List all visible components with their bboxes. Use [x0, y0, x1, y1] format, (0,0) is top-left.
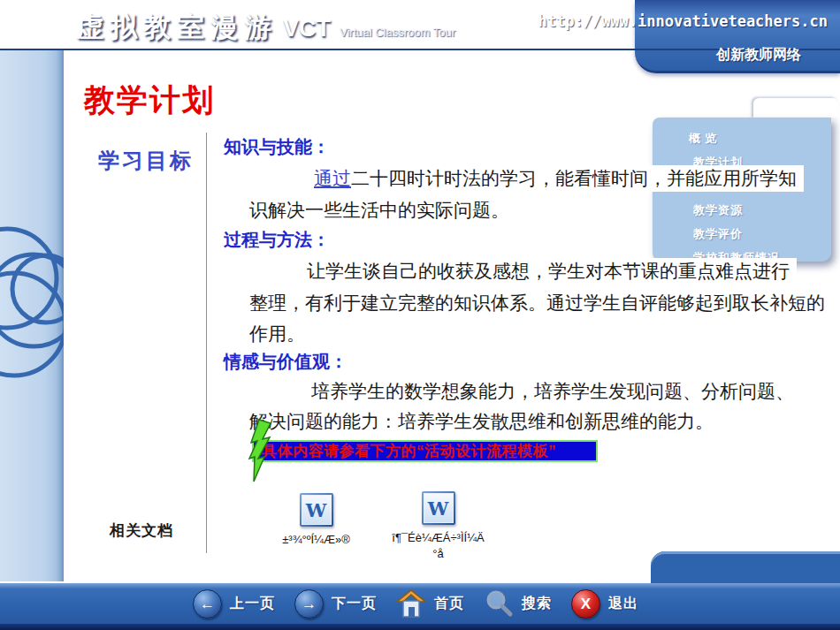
vct-page: 虚拟教室漫游 VCT Virtual Classroom Tour http:/… — [0, 0, 840, 630]
logo-abbr: VCT — [283, 15, 331, 42]
menu-item-teaching-evaluation[interactable]: 教学评价 — [653, 223, 831, 247]
search-icon — [484, 589, 514, 618]
left-decor-strip — [0, 49, 64, 581]
logo-chinese: 虚拟教室漫游 — [76, 9, 278, 46]
process-line-1-text: 让学生谈自己的收获及感想，学生对本节课的重点难点进行 — [307, 258, 797, 285]
knowledge-line-1-text: 二十四时计时法的学习，能看懂时间，并能应用所学知 — [351, 168, 797, 189]
knowledge-line-2: 识解决一些生活中的实际问题。 — [249, 198, 509, 223]
doc-caption: î¶¯Éè¼ÆÁ÷³ÌÍ¼Ä °å — [392, 530, 484, 562]
next-page-button[interactable]: → 下一页 — [294, 589, 377, 619]
notice-banner-text: 具体内容请参看下方的“活动设计流程模板” — [254, 441, 556, 461]
knowledge-line-1: 通过二十四时计时法的学习，能看懂时间，并能应用所学知 — [314, 166, 804, 191]
site-url: http://www.innovativeteachers.cn — [538, 12, 828, 30]
exit-icon: X — [571, 589, 600, 619]
related-docs-label: 相关文档 — [110, 520, 173, 541]
site-logo: 虚拟教室漫游 VCT Virtual Classroom Tour — [76, 9, 455, 46]
network-name: 创新教师网络 — [716, 46, 801, 65]
process-line-1: 让学生谈自己的收获及感想，学生对本节课的重点难点进行 — [307, 259, 797, 284]
doc-activity-flow-template[interactable]: W î¶¯Éè¼ÆÁ÷³ÌÍ¼Ä °å — [361, 491, 515, 562]
tongguo-link[interactable]: 通过 — [314, 168, 351, 189]
home-icon — [396, 589, 426, 618]
process-methods-heading: 过程与方法： — [224, 228, 330, 252]
menu-item-overview[interactable]: 概 览 — [653, 127, 831, 151]
exit-button[interactable]: X 退出 — [571, 589, 638, 619]
word-doc-icon: W — [422, 491, 455, 525]
emotion-line-1: 培养学生的数学想象能力，培养学生发现问题、分析问题、 — [311, 379, 794, 404]
arrow-right-icon: → — [294, 589, 324, 619]
notice-banner: 具体内容请参看下方的“活动设计流程模板” — [252, 440, 598, 462]
search-button[interactable]: 搜索 — [484, 589, 552, 618]
knowledge-skills-heading: 知识与技能： — [224, 135, 330, 159]
page-title: 教学计划 — [84, 80, 215, 121]
emotion-line-2: 解决问题的能力：培养学生发散思维和创新思维的能力。 — [249, 409, 714, 434]
column-divider — [206, 133, 207, 553]
arrow-left-icon: ← — [193, 589, 222, 619]
menu-item-teaching-resources[interactable]: 教学资源 — [653, 199, 831, 223]
contents-tab[interactable]: Contents — [753, 98, 838, 118]
word-doc-icon: W — [300, 493, 333, 527]
footer-bottom-strip — [0, 624, 840, 630]
doc-caption: ±³¾°ºÍ¼Æ»® — [282, 532, 350, 548]
lightning-bolt-icon — [246, 419, 278, 484]
learning-goals-label: 学习目标 — [98, 147, 194, 175]
prev-page-button[interactable]: ← 上一页 — [193, 589, 275, 619]
contents-tab-label: Contents — [766, 101, 827, 116]
process-line-3: 作用。 — [249, 322, 305, 346]
footer-nav: ← 上一页 → 下一页 首页 搜索 X 退出 — [0, 583, 840, 624]
emotion-values-heading: 情感与价值观： — [224, 350, 347, 374]
process-line-2: 整理，有利于建立完整的知识体系。通过学生自评能够起到取长补短的 — [249, 291, 825, 315]
rings-decoration-icon — [0, 216, 64, 402]
footer-raised-tab — [651, 551, 840, 583]
logo-english: Virtual Classroom Tour — [340, 26, 455, 39]
home-button[interactable]: 首页 — [396, 589, 464, 618]
doc-background-plan[interactable]: W ±³¾°ºÍ¼Æ»® — [265, 493, 367, 548]
